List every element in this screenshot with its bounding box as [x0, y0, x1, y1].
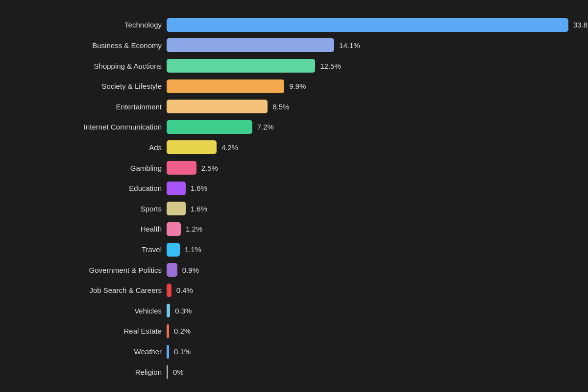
bar-track: 0.3%: [167, 304, 568, 317]
bar-row: Government & Politics0.9%: [10, 261, 568, 279]
bar-track: 9.9%: [167, 79, 568, 93]
bar-row: Religion0%: [10, 363, 568, 381]
bar-value-label: 7.2%: [257, 123, 274, 131]
bar-label: Vehicles: [10, 307, 167, 315]
bar-track: 1.2%: [167, 222, 568, 236]
chart-container: Technology33.8%Business & Economy14.1%Sh…: [0, 0, 588, 392]
bar-fill: [167, 161, 196, 175]
bar-fill: [167, 59, 315, 73]
bar-value-label: 0.3%: [175, 307, 192, 315]
bar-track: 4.2%: [167, 140, 568, 154]
bar-track: 0.9%: [167, 263, 568, 277]
bar-value-label: 0.1%: [174, 347, 191, 356]
bar-row: Sports1.6%: [10, 199, 568, 218]
bar-track: 0%: [167, 365, 568, 379]
bar-value-label: 9.9%: [289, 82, 306, 90]
bar-label: Society & Lifestyle: [10, 82, 167, 90]
bar-track: 8.5%: [167, 100, 568, 113]
bar-label: Gambling: [10, 164, 167, 172]
bar-value-label: 1.6%: [191, 184, 207, 192]
bar-label: Government & Politics: [10, 266, 167, 274]
bar-row: Real Estate0.2%: [10, 322, 568, 340]
bar-fill: [167, 18, 568, 32]
bar-value-label: 14.1%: [339, 41, 360, 50]
bar-row: Education1.6%: [10, 179, 568, 198]
bar-row: Internet Communication7.2%: [10, 118, 568, 136]
bar-value-label: 0.2%: [174, 327, 191, 335]
bar-label: Travel: [10, 245, 167, 254]
bar-value-label: 1.6%: [191, 205, 207, 213]
bar-row: Health1.2%: [10, 220, 568, 238]
bar-row: Travel1.1%: [10, 240, 568, 259]
bar-fill: [167, 38, 334, 52]
bar-value-label: 4.2%: [221, 143, 238, 152]
bar-track: 0.4%: [167, 284, 568, 297]
bar-fill: [167, 140, 217, 154]
bar-label: Weather: [10, 347, 167, 356]
bar-fill: [167, 243, 180, 257]
bar-label: Sports: [10, 205, 167, 213]
bar-value-label: 12.5%: [320, 62, 341, 70]
bar-label: Job Search & Careers: [10, 286, 167, 294]
bar-fill: [167, 365, 168, 379]
bar-label: Shopping & Auctions: [10, 62, 167, 70]
bar-fill: [167, 202, 186, 215]
bar-label: Education: [10, 184, 167, 192]
bar-fill: [167, 79, 284, 93]
bar-value-label: 0.9%: [182, 266, 199, 274]
bar-fill: [167, 263, 177, 277]
bar-fill: [167, 324, 169, 338]
bar-row: Society & Lifestyle9.9%: [10, 77, 568, 96]
bar-value-label: 1.1%: [185, 245, 201, 254]
bar-value-label: 0.4%: [176, 286, 193, 294]
bar-label: Real Estate: [10, 327, 167, 335]
bar-fill: [167, 100, 268, 113]
bar-label: Entertainment: [10, 103, 167, 111]
bar-row: Business & Economy14.1%: [10, 36, 568, 54]
bar-row: Gambling2.5%: [10, 158, 568, 177]
bar-fill: [167, 222, 181, 236]
bar-track: 14.1%: [167, 38, 568, 52]
bar-label: Health: [10, 225, 167, 233]
bar-track: 7.2%: [167, 120, 568, 134]
bar-label: Internet Communication: [10, 123, 167, 131]
bar-row: Job Search & Careers0.4%: [10, 281, 568, 300]
bar-track: 2.5%: [167, 161, 568, 175]
bar-track: 1.6%: [167, 202, 568, 215]
bar-fill: [167, 304, 170, 317]
bar-fill: [167, 284, 172, 297]
bar-fill: [167, 182, 186, 195]
bar-label: Ads: [10, 143, 167, 152]
bar-track: 0.2%: [167, 324, 568, 338]
bar-label: Business & Economy: [10, 41, 167, 50]
bar-track: 1.1%: [167, 243, 568, 257]
bar-row: Ads4.2%: [10, 138, 568, 157]
bar-value-label: 2.5%: [201, 164, 218, 172]
bar-row: Technology33.8%: [10, 16, 568, 34]
bar-track: 12.5%: [167, 59, 568, 73]
bar-track: 1.6%: [167, 182, 568, 195]
bar-fill: [167, 120, 252, 134]
bar-label: Technology: [10, 21, 167, 29]
bar-row: Vehicles0.3%: [10, 301, 568, 320]
bar-value-label: 0%: [173, 368, 184, 376]
bar-value-label: 8.5%: [272, 103, 289, 111]
bar-value-label: 1.2%: [186, 225, 202, 233]
bar-row: Shopping & Auctions12.5%: [10, 56, 568, 75]
bar-value-label: 33.8%: [573, 21, 588, 29]
bar-row: Weather0.1%: [10, 342, 568, 361]
bar-label: Religion: [10, 368, 167, 376]
bar-row: Entertainment8.5%: [10, 97, 568, 116]
bar-track: 0.1%: [167, 345, 568, 359]
bar-fill: [167, 345, 169, 359]
bar-track: 33.8%: [167, 18, 588, 32]
